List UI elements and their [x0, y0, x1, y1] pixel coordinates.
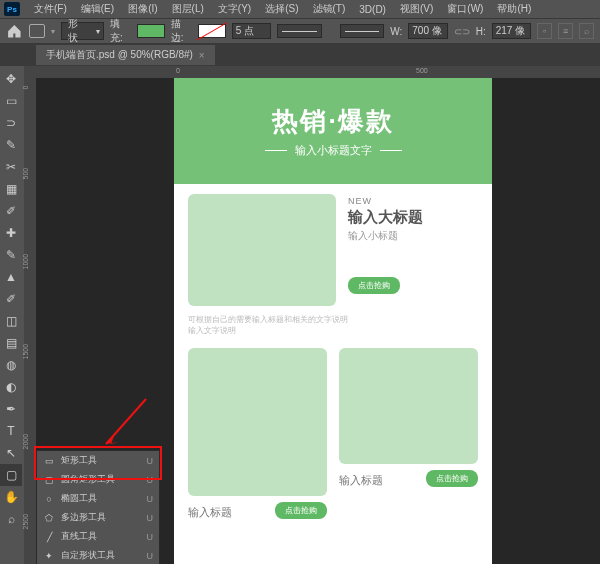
- h-label: H:: [476, 26, 486, 37]
- gradient-tool[interactable]: ▤: [0, 332, 22, 354]
- document-canvas: 热销·爆款 输入小标题文字 NEW 输入大标题 输入小标题 点击抢购 可根据自己…: [174, 78, 492, 564]
- frame-tool[interactable]: ▦: [0, 178, 22, 200]
- image-placeholder: [339, 348, 478, 464]
- search-icon[interactable]: ⌕: [579, 23, 594, 39]
- stroke-swatch[interactable]: [198, 24, 226, 38]
- crop-tool[interactable]: ✂: [0, 156, 22, 178]
- eyedropper-tool[interactable]: ✐: [0, 200, 22, 222]
- options-bar: ▾ 形状 填充: 描边: 5 点 W: 700 像 ⊂⊃ H: 217 像 ▫ …: [0, 18, 600, 44]
- blur-tool[interactable]: ◍: [0, 354, 22, 376]
- pen-tool[interactable]: ✒: [0, 398, 22, 420]
- rounded-rectangle-icon: ▢: [43, 474, 55, 486]
- buy-button: 点击抢购: [426, 470, 478, 487]
- link-icon[interactable]: ⊂⊃: [454, 26, 470, 37]
- stamp-tool[interactable]: ▲: [0, 266, 22, 288]
- fill-label: 填充:: [110, 17, 131, 45]
- stroke-width-input[interactable]: 5 点: [232, 23, 271, 39]
- menu-3d[interactable]: 3D(D): [353, 4, 392, 15]
- menu-window[interactable]: 窗口(W): [441, 2, 489, 16]
- history-brush-tool[interactable]: ✐: [0, 288, 22, 310]
- marquee-tool[interactable]: ▭: [0, 90, 22, 112]
- tab-bar: 手机端首页.psd @ 50%(RGB/8#) ×: [0, 44, 600, 66]
- big-title: 输入大标题: [348, 208, 478, 227]
- polygon-icon: ⬠: [43, 512, 55, 524]
- buy-button: 点击抢购: [275, 502, 327, 519]
- path-select-tool[interactable]: ↖: [0, 442, 22, 464]
- healing-tool[interactable]: ✚: [0, 222, 22, 244]
- toolbar: ✥ ▭ ⊃ ✎ ✂ ▦ ✐ ✚ ✎ ▲ ✐ ◫ ▤ ◍ ◐ ✒ T ↖ ▢ ✋ …: [0, 66, 24, 564]
- horizontal-ruler: 0 500: [36, 66, 600, 78]
- tab-title: 手机端首页.psd @ 50%(RGB/8#): [46, 48, 193, 62]
- zoom-tool[interactable]: ⌕: [0, 508, 22, 530]
- description: 可根据自己的需要输入标题和相关的文字说明 输入文字说明: [188, 314, 478, 336]
- rectangle-tool-item[interactable]: ▭ 矩形工具 U: [37, 451, 159, 470]
- document-tab[interactable]: 手机端首页.psd @ 50%(RGB/8#) ×: [36, 45, 215, 65]
- align-icon[interactable]: ≡: [558, 23, 573, 39]
- banner: 热销·爆款 输入小标题文字: [174, 78, 492, 184]
- w-label: W:: [390, 26, 402, 37]
- stroke-options[interactable]: [340, 24, 385, 38]
- small-title: 输入小标题: [348, 229, 478, 243]
- polygon-tool-item[interactable]: ⬠ 多边形工具 U: [37, 508, 159, 527]
- shape-tool-flyout: ▭ 矩形工具 U ▢ 圆角矩形工具 U ○ 椭圆工具 U ⬠ 多边形工具 U ╱…: [36, 450, 160, 564]
- banner-title: 热销·爆款: [272, 104, 393, 139]
- buy-button: 点击抢购: [348, 277, 400, 294]
- hand-tool[interactable]: ✋: [0, 486, 22, 508]
- menu-view[interactable]: 视图(V): [394, 2, 439, 16]
- rounded-rectangle-tool-item[interactable]: ▢ 圆角矩形工具 U: [37, 470, 159, 489]
- home-icon[interactable]: [6, 22, 23, 40]
- card-title: 输入标题: [339, 473, 383, 488]
- menu-filter[interactable]: 滤镜(T): [307, 2, 352, 16]
- image-placeholder: [188, 194, 336, 306]
- menu-select[interactable]: 选择(S): [259, 2, 304, 16]
- menu-file[interactable]: 文件(F): [28, 2, 73, 16]
- lasso-tool[interactable]: ⊃: [0, 112, 22, 134]
- ellipse-icon: ○: [43, 493, 55, 505]
- line-tool-item[interactable]: ╱ 直线工具 U: [37, 527, 159, 546]
- vertical-ruler: 0 500 1000 1500 2000 2500: [24, 66, 36, 564]
- type-tool[interactable]: T: [0, 420, 22, 442]
- new-label: NEW: [348, 196, 478, 206]
- shape-preview-icon[interactable]: [29, 24, 46, 38]
- line-icon: ╱: [43, 531, 55, 543]
- stroke-style-dropdown[interactable]: [277, 24, 322, 38]
- brush-tool[interactable]: ✎: [0, 244, 22, 266]
- ellipse-tool-item[interactable]: ○ 椭圆工具 U: [37, 489, 159, 508]
- image-placeholder: [188, 348, 327, 496]
- width-input[interactable]: 700 像: [408, 23, 447, 39]
- fill-swatch[interactable]: [137, 24, 165, 38]
- eraser-tool[interactable]: ◫: [0, 310, 22, 332]
- tool-mode-dropdown[interactable]: 形状: [61, 22, 103, 40]
- ps-logo: Ps: [4, 2, 20, 16]
- rectangle-icon: ▭: [43, 455, 55, 467]
- banner-subtitle: 输入小标题文字: [265, 143, 402, 158]
- dodge-tool[interactable]: ◐: [0, 376, 22, 398]
- menu-layer[interactable]: 图层(L): [166, 2, 210, 16]
- move-tool[interactable]: ✥: [0, 68, 22, 90]
- shape-tool[interactable]: ▢: [0, 464, 22, 486]
- menu-help[interactable]: 帮助(H): [491, 2, 537, 16]
- menu-image[interactable]: 图像(I): [122, 2, 163, 16]
- custom-shape-icon: ✦: [43, 550, 55, 562]
- close-icon[interactable]: ×: [199, 50, 205, 61]
- stroke-label: 描边:: [171, 17, 192, 45]
- custom-shape-tool-item[interactable]: ✦ 自定形状工具 U: [37, 546, 159, 564]
- card-title: 输入标题: [188, 505, 232, 520]
- quick-select-tool[interactable]: ✎: [0, 134, 22, 156]
- height-input[interactable]: 217 像: [492, 23, 531, 39]
- path-ops-icon[interactable]: ▫: [537, 23, 552, 39]
- menubar: Ps 文件(F) 编辑(E) 图像(I) 图层(L) 文字(Y) 选择(S) 滤…: [0, 0, 600, 18]
- menu-edit[interactable]: 编辑(E): [75, 2, 120, 16]
- menu-type[interactable]: 文字(Y): [212, 2, 257, 16]
